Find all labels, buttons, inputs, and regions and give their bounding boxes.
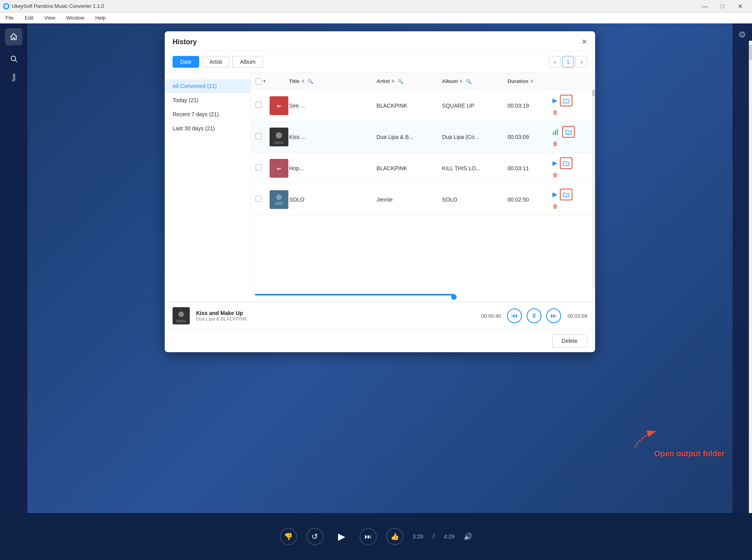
total-time: 4:29 (444, 533, 454, 540)
history-dialog: History ✕ Date Artist Album ‹ 1 › All Co… (165, 31, 595, 352)
sidebar-search-button[interactable] (5, 50, 22, 67)
row4-duration: 00:02:50 (507, 196, 529, 203)
row4-title: SOLO (289, 196, 304, 203)
bottom-player-bar: 👎 ↺ ▶ ⏭ 👍 3:28 / 4:29 🔊 (0, 513, 752, 560)
row1-folder-button[interactable] (561, 96, 571, 105)
tab-date[interactable]: Date (173, 56, 199, 68)
svg-rect-19 (275, 202, 283, 205)
player-prev-button[interactable]: ⏮ (507, 308, 522, 323)
row2-checkbox[interactable] (255, 133, 262, 139)
filter-today[interactable]: Today (21) (165, 93, 250, 107)
svg-rect-9 (274, 142, 284, 144)
player-pause-button[interactable]: ⏸ (527, 308, 542, 323)
volume-icon[interactable]: 🔊 (464, 532, 472, 541)
title-search-icon[interactable]: 🔍 (308, 79, 313, 84)
filter-recent-7-days[interactable]: Recent 7 days (21) (165, 107, 250, 121)
artist-sort-icon[interactable]: ⇅ (391, 79, 394, 83)
maximize-button[interactable]: □ (714, 0, 731, 13)
time-separator: / (433, 533, 434, 540)
row4-album: SOLO (442, 196, 457, 203)
row1-art: BP (270, 96, 288, 115)
progress-thumb[interactable] (451, 294, 457, 300)
menu-file[interactable]: File (3, 14, 16, 22)
page-current-button[interactable]: 1 (562, 56, 574, 68)
player-track-artist: Dua Lipa & BLACKPINK (196, 316, 475, 322)
dialog-close-button[interactable]: ✕ (581, 38, 587, 46)
svg-point-18 (276, 194, 282, 200)
album-search-icon[interactable]: 🔍 (466, 79, 471, 84)
tab-artist[interactable]: Artist (202, 56, 230, 68)
row1-checkbox[interactable] (255, 102, 262, 108)
row3-play-button[interactable]: ▶ (551, 158, 558, 168)
progress-slider-area (165, 288, 595, 302)
duration-sort-icon[interactable]: ⇅ (530, 79, 533, 83)
sidebar: Now (0, 23, 27, 560)
row3-delete-button[interactable]: 🗑 (551, 171, 559, 179)
row1-delete-button[interactable]: 🗑 (551, 108, 559, 117)
thumbs-down-button[interactable]: 👎 (280, 528, 297, 545)
scrollbar-thumb[interactable] (749, 45, 752, 60)
filter-panel: All Converted (21) Today (21) Recent 7 d… (165, 73, 251, 288)
row2-delete-button[interactable]: 🗑 (551, 139, 559, 148)
current-time: 3:28 (413, 533, 423, 540)
header-album: Album ⇅ 🔍 (442, 78, 508, 84)
skip-button[interactable]: ⏭ (360, 528, 377, 545)
svg-text:U: U (5, 5, 7, 8)
replay-button[interactable]: ↺ (306, 528, 324, 545)
row4-folder-button[interactable] (561, 190, 571, 199)
gear-icon[interactable]: ⚙ (735, 27, 749, 43)
row1-actions: ▶ 🗑 (551, 95, 590, 117)
artist-search-icon[interactable]: 🔍 (398, 79, 403, 84)
minimize-button[interactable]: — (696, 0, 714, 13)
row2-bars-button[interactable] (551, 128, 561, 136)
filter-last-30-days[interactable]: Last 30 days (21) (165, 121, 250, 135)
header-title: Title ⇅ 🔍 (289, 78, 376, 84)
row1-play-button[interactable]: ▶ (551, 95, 558, 105)
player-art (173, 307, 190, 324)
track-list: ▾ Title ⇅ 🔍 Artist ⇅ 🔍 A (251, 73, 595, 288)
row4-play-button[interactable]: ▶ (551, 189, 558, 199)
menu-edit[interactable]: Edit (22, 14, 36, 22)
row3-title: Hop... (289, 165, 304, 171)
table-row: SOLO Jennie SOLO 00:02:50 ▶ (251, 184, 595, 215)
svg-text:BP: BP (277, 167, 281, 171)
menu-window[interactable]: Window (64, 14, 86, 22)
page-prev-button[interactable]: ‹ (549, 56, 561, 68)
menu-view[interactable]: View (42, 14, 58, 22)
app-title: UkeySoft Pandora Music Converter 1.1.0 (12, 3, 104, 9)
tab-album[interactable]: Album (232, 56, 263, 68)
player-next-button[interactable]: ⏭ (546, 308, 561, 323)
page-next-button[interactable]: › (576, 56, 587, 68)
row4-folder-highlight (560, 189, 572, 200)
dialog-body: All Converted (21) Today (21) Recent 7 d… (165, 73, 595, 288)
svg-point-2 (11, 56, 16, 61)
title-sort-icon[interactable]: ⇅ (301, 79, 304, 83)
album-sort-icon[interactable]: ⇅ (459, 79, 462, 83)
right-scrollbar[interactable] (749, 41, 752, 530)
row3-folder-button[interactable] (561, 159, 571, 167)
dialog-footer: Delete (165, 329, 595, 352)
app-logo: U (3, 3, 9, 9)
close-button[interactable]: ✕ (731, 0, 749, 13)
row2-title: Kiss ... (289, 134, 306, 140)
row3-checkbox[interactable] (255, 164, 262, 171)
select-all-checkbox[interactable] (255, 78, 262, 85)
track-scrollbar[interactable] (592, 73, 595, 288)
right-sidebar: ⚙ (732, 23, 752, 513)
row1-album: SQUARE UP (442, 103, 474, 109)
table-row: BP See ... BLACKPINK SQUARE UP 00:03:19 … (251, 90, 595, 121)
checkbox-dropdown[interactable]: ▾ (263, 79, 265, 83)
filter-all-converted[interactable]: All Converted (21) (165, 79, 250, 93)
row4-artist: Jennie (376, 196, 392, 203)
svg-point-22 (178, 312, 184, 317)
play-button[interactable]: ▶ (333, 528, 350, 545)
row4-delete-button[interactable]: 🗑 (551, 202, 559, 211)
progress-track[interactable] (255, 294, 587, 300)
sidebar-home-button[interactable] (5, 28, 22, 45)
delete-button[interactable]: Delete (552, 334, 587, 348)
row2-folder-button[interactable] (564, 128, 573, 136)
row2-actions: 🗑 (551, 126, 590, 148)
thumbs-up-button[interactable]: 👍 (386, 528, 403, 545)
row4-checkbox[interactable] (255, 196, 262, 202)
menu-help[interactable]: Help (93, 14, 108, 22)
